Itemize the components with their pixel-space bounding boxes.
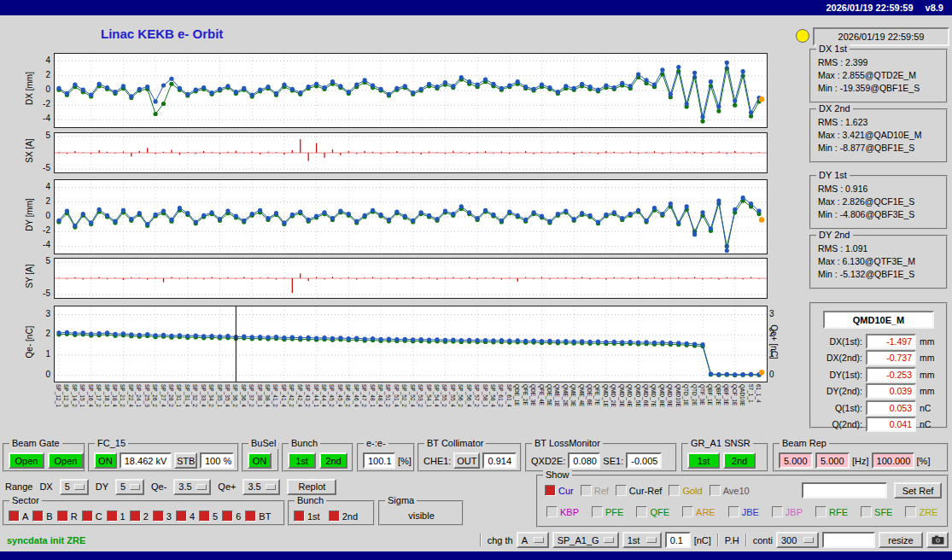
- status-extra-input[interactable]: [822, 532, 875, 548]
- show-checkbox-cur[interactable]: Cur: [545, 485, 574, 496]
- bpm-name-label: SP_36_4: [241, 384, 247, 407]
- checkbox-icon: [107, 510, 118, 522]
- bpm-name-label: SP_31_4: [184, 384, 190, 407]
- show-checkbox-cur-ref[interactable]: Cur-Ref: [616, 485, 663, 496]
- show-checkbox-ref[interactable]: Ref: [581, 485, 609, 496]
- snsr-2nd-button[interactable]: 2nd: [723, 452, 756, 469]
- ref-name-input[interactable]: [802, 482, 887, 499]
- plot-panel-dx[interactable]: [54, 53, 768, 128]
- chg-th-toggle[interactable]: chg th: [488, 535, 513, 545]
- y-axis-tick: 4: [33, 55, 50, 65]
- checkbox-icon: [130, 510, 141, 522]
- bpm-name-label: SP_53_2: [418, 384, 423, 407]
- sector-checkbox-2[interactable]: 2: [130, 510, 149, 522]
- show-checkbox-rfe[interactable]: RFE: [815, 506, 848, 517]
- threshold-input[interactable]: [665, 532, 691, 548]
- range-dy-select[interactable]: 5: [115, 479, 144, 495]
- qxd2e-value-field: 0.080: [568, 452, 600, 469]
- group-title: Bunch: [289, 438, 320, 449]
- show-checkbox-qfe[interactable]: QFE: [636, 506, 669, 517]
- beam-rep-pct-unit: [%]: [917, 456, 931, 466]
- checkbox-icon: [546, 506, 558, 517]
- bpm-name-label: SP_34_2: [208, 384, 214, 407]
- bpm-name-label: QDE_1E: [514, 384, 520, 406]
- plot-panel-sy[interactable]: [54, 258, 768, 299]
- bpm-name-label: SP_55_2: [441, 384, 447, 407]
- selected-bpm-panel: QMD10E_M DX(1st): -1.497 mm DX(2nd): -0.…: [809, 302, 948, 429]
- bpm-name-label: QBF_3E: [723, 384, 729, 405]
- sector-checkbox-a[interactable]: A: [9, 510, 28, 522]
- set-ref-button[interactable]: Set Ref: [894, 482, 942, 499]
- separator: [717, 534, 719, 546]
- checkbox-icon: [861, 506, 872, 517]
- sector-checkbox-3[interactable]: 3: [153, 510, 172, 522]
- bpm-name-label: 57_1_1: [748, 384, 754, 403]
- conti-toggle[interactable]: conti: [753, 535, 773, 545]
- bunch-2nd-button[interactable]: 2nd: [319, 452, 348, 469]
- bpm-name-label: QAD10E: [739, 384, 745, 406]
- fc15-on-button[interactable]: ON: [94, 452, 117, 469]
- checkbox-icon: [545, 485, 556, 496]
- replot-button[interactable]: Replot: [287, 479, 336, 495]
- bpm-name-label: QDE_6E: [587, 384, 593, 406]
- sector-checkbox-b[interactable]: B: [32, 510, 52, 522]
- che1-value-field: 0.914: [482, 452, 517, 469]
- sector-checkbox-4[interactable]: 4: [176, 510, 195, 522]
- show-checkbox-gold[interactable]: Gold: [669, 485, 702, 496]
- range-qem-select[interactable]: 3.5: [173, 479, 211, 495]
- busel-on-button[interactable]: ON: [248, 452, 272, 469]
- option-indicator-icon: [534, 537, 544, 543]
- fc15-stb-button[interactable]: STB: [174, 452, 197, 469]
- plot-panel-dy[interactable]: [54, 179, 768, 254]
- interval-select[interactable]: 300: [776, 532, 819, 548]
- show-checkbox-pfe[interactable]: PFE: [592, 506, 623, 517]
- plot-panel-sx[interactable]: [54, 132, 768, 173]
- snsr-1st-button[interactable]: 1st: [687, 452, 720, 469]
- bunch-checkbox-2nd[interactable]: 2nd: [329, 510, 358, 522]
- show-checkbox-ave10[interactable]: Ave10: [710, 485, 750, 496]
- plot-panel-qe[interactable]: [54, 306, 768, 382]
- sector-checkbox-r[interactable]: R: [57, 510, 78, 522]
- bpm-name-label: SP_12_1: [55, 384, 61, 407]
- show-checkbox-zre[interactable]: ZRE: [905, 506, 937, 517]
- sector-checkbox-c[interactable]: C: [82, 510, 102, 522]
- show-checkbox-jbp[interactable]: JBP: [772, 506, 803, 517]
- bpm-name-label: SP_14_2: [72, 384, 78, 407]
- bunch-select[interactable]: 1st: [622, 532, 662, 548]
- bpm-name-label: QMD_6E: [643, 384, 649, 407]
- range-qep-select[interactable]: 3.5: [242, 479, 280, 495]
- checkbox-icon: [728, 506, 739, 517]
- show-checkbox-are[interactable]: ARE: [682, 506, 715, 517]
- checkbox-icon: [176, 510, 187, 522]
- ph-toggle[interactable]: P.H: [725, 535, 739, 545]
- qmd-unit: mm: [920, 336, 935, 347]
- show-checkbox-kbp[interactable]: KBP: [546, 506, 579, 517]
- bunch-checkbox-1st[interactable]: 1st: [294, 510, 320, 522]
- sector-checkbox-1[interactable]: 1: [107, 510, 126, 522]
- screenshot-button[interactable]: [926, 532, 949, 548]
- resize-button[interactable]: resize: [879, 532, 923, 548]
- beam-gate-open-button-2[interactable]: Open: [48, 452, 84, 469]
- sector-select[interactable]: A: [517, 532, 549, 548]
- y-axis-tick: 0: [33, 85, 50, 94]
- timestamp-text: 2026/01/19 22:59:59: [838, 32, 925, 42]
- show-checkbox-sfe[interactable]: SFE: [861, 506, 892, 517]
- qmd-row: DY(1st): -0.253 mm: [811, 365, 946, 382]
- bpm-name-label: QMD_5E: [635, 384, 641, 407]
- y-axis-tick: 1: [33, 349, 50, 359]
- sector-checkbox-5[interactable]: 5: [199, 510, 218, 522]
- show-checkbox-jbe[interactable]: JBE: [728, 506, 759, 517]
- sector-checkbox-bt[interactable]: BT: [245, 510, 271, 522]
- sp-select[interactable]: SP_A1_G: [552, 532, 619, 548]
- bunch-select-group: Bunch 1st 2nd: [288, 500, 375, 526]
- sigma-visible-toggle[interactable]: visible: [408, 510, 435, 521]
- range-dx-select[interactable]: 5: [60, 479, 89, 495]
- che1-out-button[interactable]: OUT: [453, 452, 480, 469]
- sector-label: 1: [120, 511, 126, 522]
- group-title: GR_A1 SNSR: [688, 438, 753, 449]
- qmd-value: 0.053: [866, 400, 916, 416]
- sector-checkbox-6[interactable]: 6: [222, 510, 241, 522]
- bunch-1st-button[interactable]: 1st: [288, 452, 316, 469]
- beam-gate-open-button-1[interactable]: Open: [9, 452, 44, 469]
- bpm-name-label: SP_38_1: [257, 384, 263, 407]
